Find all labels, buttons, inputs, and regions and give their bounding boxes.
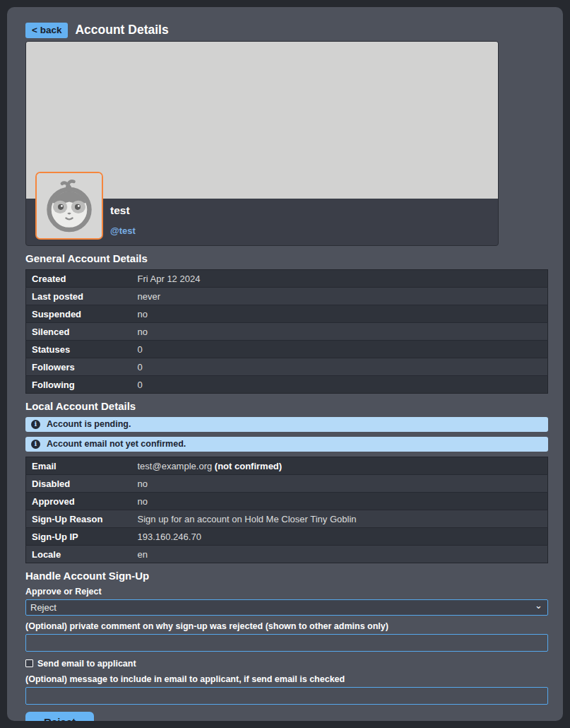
back-button[interactable]: < back (25, 23, 68, 38)
table-row: Disabledno (26, 474, 548, 492)
signup-section-title: Handle Account Sign-Up (25, 570, 545, 582)
private-comment-label: (Optional) private comment on why sign-u… (25, 621, 545, 631)
table-row: Statuses0 (26, 340, 548, 358)
account-details-panel: < back Account Details (7, 7, 563, 721)
private-comment-input[interactable] (25, 634, 548, 652)
table-row: CreatedFri Apr 12 2024 (26, 269, 548, 287)
pending-notice: i Account is pending. (25, 417, 548, 432)
page-title: Account Details (75, 23, 168, 37)
send-email-checkbox[interactable] (25, 659, 33, 667)
info-icon: i (31, 440, 40, 449)
profile-card: test @test (25, 41, 499, 246)
table-row: Sign-Up ReasonSign up for an account on … (26, 510, 548, 527)
table-row: Approvedno (26, 492, 548, 510)
approve-reject-select-wrap: Reject ⌄ (25, 599, 548, 616)
sloth-icon (37, 173, 102, 238)
send-email-label: Send email to applicant (37, 659, 136, 669)
approve-reject-label: Approve or Reject (25, 587, 545, 597)
table-row: Localeen (26, 545, 548, 563)
email-value: test@example.org (138, 461, 215, 471)
local-section-title: Local Account Details (25, 400, 545, 412)
general-details-table: CreatedFri Apr 12 2024 Last postednever … (25, 269, 548, 394)
email-not-confirmed: (not confirmed) (215, 461, 282, 471)
approve-reject-select[interactable]: Reject (25, 599, 548, 616)
email-message-label: (Optional) message to include in email t… (25, 674, 545, 684)
table-row: Last postednever (26, 287, 548, 305)
notice-text: Account is pending. (47, 419, 131, 429)
table-row: Following0 (26, 375, 548, 393)
general-section-title: General Account Details (25, 252, 545, 264)
reject-button[interactable]: Reject (25, 712, 94, 722)
notice-text: Account email not yet confirmed. (47, 439, 186, 449)
account-handle: @test (110, 225, 136, 236)
table-row: Suspendedno (26, 305, 548, 322)
local-details-table: Emailtest@example.org (not confirmed) Di… (25, 457, 548, 563)
send-email-row: Send email to applicant (25, 659, 545, 669)
table-row: Sign-Up IP193.160.246.70 (26, 527, 548, 545)
email-unconfirmed-notice: i Account email not yet confirmed. (25, 437, 548, 452)
table-row: Emailtest@example.org (not confirmed) (26, 457, 548, 474)
table-row: Silencedno (26, 322, 548, 340)
email-message-input[interactable] (25, 687, 548, 705)
avatar (35, 172, 103, 240)
info-icon: i (31, 420, 40, 429)
profile-basic-info: test @test (26, 199, 498, 246)
topbar: < back Account Details (25, 23, 545, 38)
table-row: Followers0 (26, 358, 548, 375)
display-name: test (110, 204, 130, 217)
